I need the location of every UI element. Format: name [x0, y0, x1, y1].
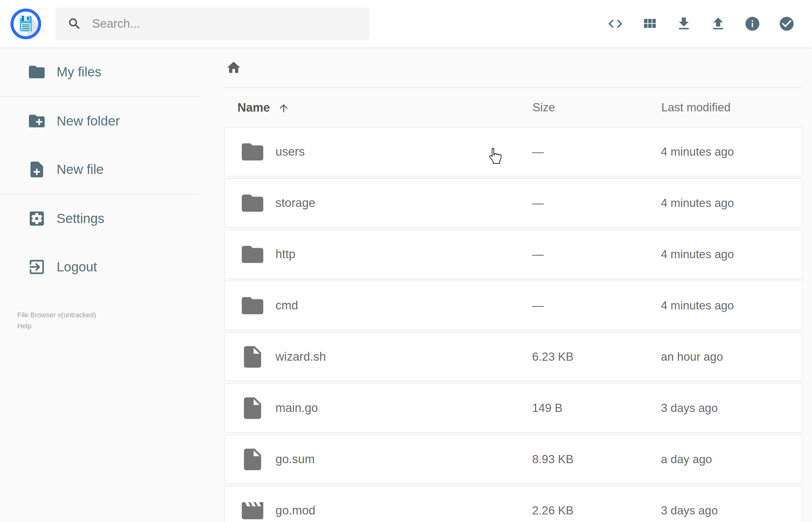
file-modified: 4 minutes ago: [661, 145, 802, 159]
logout-icon: [27, 258, 46, 276]
upload-icon: [710, 15, 727, 32]
upload-button[interactable]: [701, 0, 735, 47]
file-size: 8.93 KB: [532, 453, 661, 466]
file-row-go-sum[interactable]: go.sum8.93 KBa day ago: [224, 435, 802, 484]
switch-view-button[interactable]: [632, 0, 667, 47]
file-name: wizard.sh: [276, 350, 326, 363]
select-multiple-button[interactable]: [770, 0, 804, 47]
help-link[interactable]: Help: [17, 320, 199, 332]
file-name: cmd: [276, 299, 298, 312]
movie-icon: [240, 498, 265, 522]
column-header-modified[interactable]: Last modified: [662, 101, 802, 114]
cell-name: wizard.sh: [225, 344, 532, 370]
app-version: File Browser v(untracked): [17, 309, 199, 320]
file-icon: [240, 344, 265, 370]
file-modified: a day ago: [661, 453, 802, 466]
folder-icon: [240, 139, 265, 165]
download-icon: [675, 15, 692, 32]
file-row-main-go[interactable]: main.go149 B3 days ago: [224, 383, 802, 433]
note-add-icon: [27, 160, 46, 179]
cell-name: http: [225, 241, 532, 267]
file-row-users[interactable]: users—4 minutes ago: [224, 127, 802, 176]
file-row-cmd[interactable]: cmd—4 minutes ago: [224, 281, 802, 330]
sidebar-item-my-files[interactable]: My files: [0, 48, 199, 96]
file-name: go.sum: [276, 453, 315, 466]
grid-view-icon: [641, 15, 658, 32]
sidebar-item-new-file[interactable]: New file: [0, 145, 199, 194]
file-size: —: [532, 299, 661, 312]
file-modified: 4 minutes ago: [661, 299, 802, 312]
file-icon: [240, 395, 265, 421]
cell-name: users: [225, 139, 532, 165]
topbar: [0, 0, 812, 48]
column-name-label: Name: [238, 101, 270, 115]
file-row-go-mod[interactable]: go.mod2.26 KB3 days ago: [224, 486, 802, 522]
listing: users—4 minutes agostorage—4 minutes ago…: [224, 127, 802, 522]
arrow-up-icon: [278, 102, 290, 114]
search-box[interactable]: [55, 7, 369, 40]
file-row-http[interactable]: http—4 minutes ago: [224, 229, 802, 279]
file-modified: 4 minutes ago: [661, 248, 802, 261]
home-icon: [226, 60, 242, 76]
topbar-actions: [598, 0, 804, 47]
search-icon: [67, 17, 82, 31]
file-size: —: [532, 248, 661, 261]
sidebar-item-settings[interactable]: Settings: [0, 194, 199, 243]
create-new-folder-icon: [27, 112, 46, 130]
column-header-name[interactable]: Name: [224, 101, 532, 115]
sidebar-credits: File Browser v(untracked) Help: [17, 309, 199, 332]
info-icon: [744, 15, 761, 32]
folder-icon: [240, 293, 265, 319]
cell-name: cmd: [225, 293, 532, 319]
sidebar-item-new-folder[interactable]: New folder: [0, 97, 199, 145]
file-browser-logo[interactable]: [10, 8, 41, 40]
cell-name: storage: [225, 190, 532, 216]
folder-icon: [240, 241, 265, 267]
file-name: http: [276, 247, 295, 261]
folder-icon: [27, 63, 46, 81]
file-size: 149 B: [532, 402, 661, 415]
toggle-shell-button[interactable]: [598, 0, 632, 47]
file-size: —: [532, 197, 661, 210]
file-size: 6.23 KB: [532, 350, 661, 363]
download-button[interactable]: [667, 0, 701, 47]
sidebar-item-label: My files: [57, 64, 101, 80]
sidebar-item-logout[interactable]: Logout: [0, 243, 199, 291]
breadcrumb: [199, 48, 812, 87]
file-listing-area: Name Size Last modified users—4 minutes …: [199, 48, 812, 522]
file-modified: an hour ago: [661, 350, 802, 363]
file-row-storage[interactable]: storage—4 minutes ago: [224, 178, 802, 228]
cell-name: go.mod: [225, 498, 532, 522]
file-name: users: [276, 145, 305, 159]
file-modified: 4 minutes ago: [661, 197, 802, 210]
file-size: 2.26 KB: [532, 504, 661, 517]
column-header-size[interactable]: Size: [532, 101, 662, 114]
file-name: main.go: [276, 401, 318, 415]
file-size: —: [532, 145, 661, 159]
home-button[interactable]: [226, 60, 242, 76]
file-name: storage: [276, 196, 316, 210]
cell-name: main.go: [225, 395, 532, 421]
file-icon: [240, 446, 265, 472]
file-modified: 3 days ago: [661, 402, 802, 415]
file-row-wizard-sh[interactable]: wizard.sh6.23 KBan hour ago: [224, 332, 802, 381]
sidebar-item-label: New file: [57, 162, 103, 177]
file-name: go.mod: [276, 504, 316, 517]
sidebar: My filesNew folderNew fileSettingsLogout…: [0, 48, 199, 332]
info-button[interactable]: [735, 0, 770, 47]
settings-icon: [27, 209, 46, 228]
check-circle-icon: [778, 15, 795, 32]
sidebar-item-label: New folder: [57, 114, 120, 128]
sidebar-item-label: Logout: [57, 259, 97, 275]
file-modified: 3 days ago: [661, 504, 802, 517]
listing-header: Name Size Last modified: [224, 88, 802, 127]
folder-icon: [240, 190, 265, 216]
search-input[interactable]: [92, 17, 357, 31]
cell-name: go.sum: [225, 446, 532, 472]
sidebar-item-label: Settings: [57, 211, 104, 226]
code-icon: [607, 15, 624, 32]
